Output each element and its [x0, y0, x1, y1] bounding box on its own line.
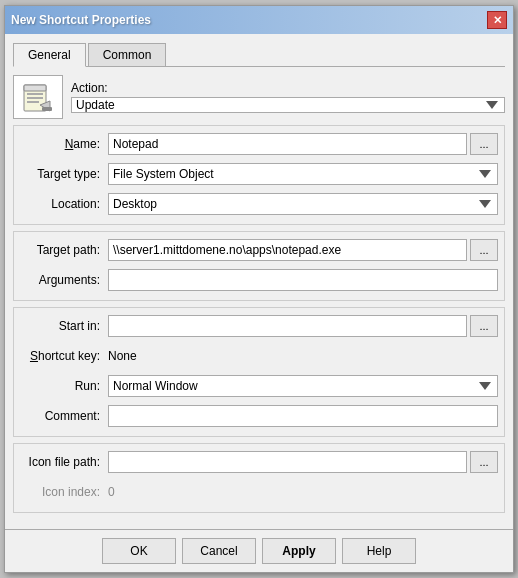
- section-target: Target path: ... Arguments:: [13, 231, 505, 301]
- dialog-footer: OK Cancel Apply Help: [5, 529, 513, 572]
- start-in-row: Start in: ...: [20, 314, 498, 338]
- icon-path-row: Icon file path: ...: [20, 450, 498, 474]
- svg-rect-2: [27, 93, 43, 95]
- icon-index-value: 0: [108, 485, 115, 499]
- comment-input[interactable]: [108, 405, 498, 427]
- dialog-window: New Shortcut Properties ✕ General Common: [4, 5, 514, 573]
- action-row: Action: Update Create Delete: [13, 75, 505, 119]
- location-row: Location: Desktop Start Menu Startup: [20, 192, 498, 216]
- shortcut-key-row: Shortcut key: None: [20, 344, 498, 368]
- dialog-title: New Shortcut Properties: [11, 13, 151, 27]
- name-input[interactable]: [108, 133, 467, 155]
- action-select[interactable]: Update Create Delete: [71, 97, 505, 113]
- target-path-label: Target path:: [20, 243, 108, 257]
- start-in-label: Start in:: [20, 319, 108, 333]
- shortcut-key-value: None: [108, 349, 137, 363]
- svg-rect-3: [27, 97, 43, 99]
- run-label: Run:: [20, 379, 108, 393]
- arguments-row: Arguments:: [20, 268, 498, 292]
- comment-label: Comment:: [20, 409, 108, 423]
- location-label: Location:: [20, 197, 108, 211]
- target-type-select[interactable]: File System Object URL: [108, 163, 498, 185]
- icon-index-row: Icon index: 0: [20, 480, 498, 504]
- arguments-label: Arguments:: [20, 273, 108, 287]
- target-type-row: Target type: File System Object URL: [20, 162, 498, 186]
- svg-rect-1: [24, 85, 46, 91]
- target-path-row: Target path: ...: [20, 238, 498, 262]
- section-basic: Name: ... Target type: File System Objec…: [13, 125, 505, 225]
- arguments-input[interactable]: [108, 269, 498, 291]
- run-select[interactable]: Normal Window Minimized Maximized: [108, 375, 498, 397]
- start-in-input[interactable]: [108, 315, 467, 337]
- icon-path-input[interactable]: [108, 451, 467, 473]
- shortcut-icon-area: [13, 75, 63, 119]
- name-row: Name: ...: [20, 132, 498, 156]
- action-field: Action: Update Create Delete: [71, 81, 505, 113]
- run-row: Run: Normal Window Minimized Maximized: [20, 374, 498, 398]
- start-in-browse-button[interactable]: ...: [470, 315, 498, 337]
- section-run: Start in: ... Shortcut key: None Run: No…: [13, 307, 505, 437]
- icon-index-label: Icon index:: [20, 485, 108, 499]
- cancel-button[interactable]: Cancel: [182, 538, 256, 564]
- title-bar: New Shortcut Properties ✕: [5, 6, 513, 34]
- svg-rect-6: [42, 107, 52, 111]
- help-button[interactable]: Help: [342, 538, 416, 564]
- shortcut-key-label: Shortcut key:: [20, 349, 108, 363]
- target-path-input[interactable]: [108, 239, 467, 261]
- ok-button[interactable]: OK: [102, 538, 176, 564]
- comment-row: Comment:: [20, 404, 498, 428]
- close-button[interactable]: ✕: [487, 11, 507, 29]
- apply-button[interactable]: Apply: [262, 538, 336, 564]
- icon-path-label: Icon file path:: [20, 455, 108, 469]
- target-path-browse-button[interactable]: ...: [470, 239, 498, 261]
- location-select[interactable]: Desktop Start Menu Startup: [108, 193, 498, 215]
- svg-rect-4: [27, 101, 39, 103]
- shortcut-icon: [22, 81, 54, 113]
- tab-content: Action: Update Create Delete Name: ... T…: [13, 75, 505, 521]
- icon-path-browse-button[interactable]: ...: [470, 451, 498, 473]
- tab-general[interactable]: General: [13, 43, 86, 67]
- target-type-label: Target type:: [20, 167, 108, 181]
- tab-bar: General Common: [13, 42, 505, 67]
- action-label: Action:: [71, 81, 505, 95]
- section-icon: Icon file path: ... Icon index: 0: [13, 443, 505, 513]
- tab-common[interactable]: Common: [88, 43, 167, 67]
- name-label: Name:: [20, 137, 108, 151]
- dialog-body: General Common: [5, 34, 513, 529]
- name-browse-button[interactable]: ...: [470, 133, 498, 155]
